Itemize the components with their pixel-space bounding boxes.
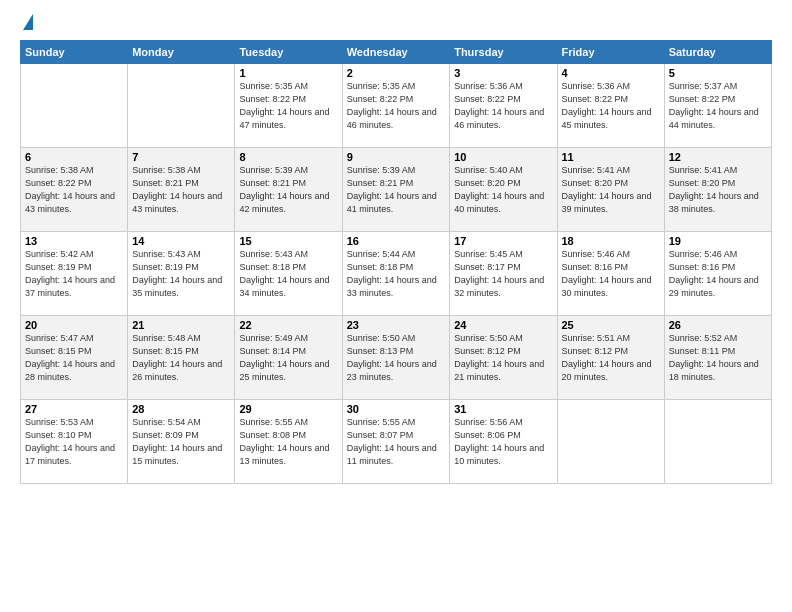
- day-info: Sunrise: 5:55 AM Sunset: 8:07 PM Dayligh…: [347, 416, 445, 468]
- day-info: Sunrise: 5:35 AM Sunset: 8:22 PM Dayligh…: [239, 80, 337, 132]
- day-info: Sunrise: 5:50 AM Sunset: 8:12 PM Dayligh…: [454, 332, 552, 384]
- day-info: Sunrise: 5:52 AM Sunset: 8:11 PM Dayligh…: [669, 332, 767, 384]
- day-number: 9: [347, 151, 445, 163]
- day-info: Sunrise: 5:43 AM Sunset: 8:19 PM Dayligh…: [132, 248, 230, 300]
- header: [20, 18, 772, 30]
- day-number: 15: [239, 235, 337, 247]
- calendar-cell: 13Sunrise: 5:42 AM Sunset: 8:19 PM Dayli…: [21, 232, 128, 316]
- day-number: 20: [25, 319, 123, 331]
- calendar-cell: 15Sunrise: 5:43 AM Sunset: 8:18 PM Dayli…: [235, 232, 342, 316]
- day-info: Sunrise: 5:38 AM Sunset: 8:21 PM Dayligh…: [132, 164, 230, 216]
- calendar-cell: [128, 64, 235, 148]
- calendar-cell: 25Sunrise: 5:51 AM Sunset: 8:12 PM Dayli…: [557, 316, 664, 400]
- weekday-header-tuesday: Tuesday: [235, 41, 342, 64]
- calendar-cell: 18Sunrise: 5:46 AM Sunset: 8:16 PM Dayli…: [557, 232, 664, 316]
- calendar-cell: 10Sunrise: 5:40 AM Sunset: 8:20 PM Dayli…: [450, 148, 557, 232]
- day-number: 29: [239, 403, 337, 415]
- calendar-cell: 17Sunrise: 5:45 AM Sunset: 8:17 PM Dayli…: [450, 232, 557, 316]
- day-number: 7: [132, 151, 230, 163]
- calendar-cell: 24Sunrise: 5:50 AM Sunset: 8:12 PM Dayli…: [450, 316, 557, 400]
- day-info: Sunrise: 5:40 AM Sunset: 8:20 PM Dayligh…: [454, 164, 552, 216]
- day-number: 6: [25, 151, 123, 163]
- weekday-header-friday: Friday: [557, 41, 664, 64]
- day-number: 5: [669, 67, 767, 79]
- day-info: Sunrise: 5:44 AM Sunset: 8:18 PM Dayligh…: [347, 248, 445, 300]
- day-info: Sunrise: 5:45 AM Sunset: 8:17 PM Dayligh…: [454, 248, 552, 300]
- calendar-cell: 19Sunrise: 5:46 AM Sunset: 8:16 PM Dayli…: [664, 232, 771, 316]
- week-row-5: 27Sunrise: 5:53 AM Sunset: 8:10 PM Dayli…: [21, 400, 772, 484]
- weekday-header-sunday: Sunday: [21, 41, 128, 64]
- day-number: 4: [562, 67, 660, 79]
- calendar-cell: 31Sunrise: 5:56 AM Sunset: 8:06 PM Dayli…: [450, 400, 557, 484]
- day-number: 25: [562, 319, 660, 331]
- week-row-3: 13Sunrise: 5:42 AM Sunset: 8:19 PM Dayli…: [21, 232, 772, 316]
- weekday-header-wednesday: Wednesday: [342, 41, 449, 64]
- calendar-cell: 4Sunrise: 5:36 AM Sunset: 8:22 PM Daylig…: [557, 64, 664, 148]
- calendar-cell: 30Sunrise: 5:55 AM Sunset: 8:07 PM Dayli…: [342, 400, 449, 484]
- day-info: Sunrise: 5:49 AM Sunset: 8:14 PM Dayligh…: [239, 332, 337, 384]
- week-row-2: 6Sunrise: 5:38 AM Sunset: 8:22 PM Daylig…: [21, 148, 772, 232]
- day-info: Sunrise: 5:55 AM Sunset: 8:08 PM Dayligh…: [239, 416, 337, 468]
- day-info: Sunrise: 5:48 AM Sunset: 8:15 PM Dayligh…: [132, 332, 230, 384]
- calendar-cell: 29Sunrise: 5:55 AM Sunset: 8:08 PM Dayli…: [235, 400, 342, 484]
- day-info: Sunrise: 5:50 AM Sunset: 8:13 PM Dayligh…: [347, 332, 445, 384]
- calendar-cell: 2Sunrise: 5:35 AM Sunset: 8:22 PM Daylig…: [342, 64, 449, 148]
- day-number: 1: [239, 67, 337, 79]
- calendar-cell: 16Sunrise: 5:44 AM Sunset: 8:18 PM Dayli…: [342, 232, 449, 316]
- calendar-table: SundayMondayTuesdayWednesdayThursdayFrid…: [20, 40, 772, 484]
- day-info: Sunrise: 5:36 AM Sunset: 8:22 PM Dayligh…: [454, 80, 552, 132]
- day-number: 21: [132, 319, 230, 331]
- day-info: Sunrise: 5:56 AM Sunset: 8:06 PM Dayligh…: [454, 416, 552, 468]
- calendar-cell: [664, 400, 771, 484]
- day-info: Sunrise: 5:46 AM Sunset: 8:16 PM Dayligh…: [669, 248, 767, 300]
- day-number: 31: [454, 403, 552, 415]
- calendar-cell: 27Sunrise: 5:53 AM Sunset: 8:10 PM Dayli…: [21, 400, 128, 484]
- day-info: Sunrise: 5:41 AM Sunset: 8:20 PM Dayligh…: [562, 164, 660, 216]
- day-number: 18: [562, 235, 660, 247]
- day-number: 24: [454, 319, 552, 331]
- day-info: Sunrise: 5:47 AM Sunset: 8:15 PM Dayligh…: [25, 332, 123, 384]
- weekday-header-thursday: Thursday: [450, 41, 557, 64]
- calendar-cell: 20Sunrise: 5:47 AM Sunset: 8:15 PM Dayli…: [21, 316, 128, 400]
- day-info: Sunrise: 5:46 AM Sunset: 8:16 PM Dayligh…: [562, 248, 660, 300]
- weekday-header-saturday: Saturday: [664, 41, 771, 64]
- calendar-cell: 12Sunrise: 5:41 AM Sunset: 8:20 PM Dayli…: [664, 148, 771, 232]
- calendar-cell: 8Sunrise: 5:39 AM Sunset: 8:21 PM Daylig…: [235, 148, 342, 232]
- calendar-cell: [21, 64, 128, 148]
- day-info: Sunrise: 5:54 AM Sunset: 8:09 PM Dayligh…: [132, 416, 230, 468]
- calendar-cell: 9Sunrise: 5:39 AM Sunset: 8:21 PM Daylig…: [342, 148, 449, 232]
- day-number: 19: [669, 235, 767, 247]
- calendar-cell: 26Sunrise: 5:52 AM Sunset: 8:11 PM Dayli…: [664, 316, 771, 400]
- week-row-4: 20Sunrise: 5:47 AM Sunset: 8:15 PM Dayli…: [21, 316, 772, 400]
- day-number: 26: [669, 319, 767, 331]
- day-info: Sunrise: 5:51 AM Sunset: 8:12 PM Dayligh…: [562, 332, 660, 384]
- day-number: 11: [562, 151, 660, 163]
- day-number: 8: [239, 151, 337, 163]
- day-number: 27: [25, 403, 123, 415]
- day-number: 13: [25, 235, 123, 247]
- calendar-cell: 14Sunrise: 5:43 AM Sunset: 8:19 PM Dayli…: [128, 232, 235, 316]
- day-number: 22: [239, 319, 337, 331]
- calendar-cell: 28Sunrise: 5:54 AM Sunset: 8:09 PM Dayli…: [128, 400, 235, 484]
- calendar-cell: 6Sunrise: 5:38 AM Sunset: 8:22 PM Daylig…: [21, 148, 128, 232]
- day-number: 30: [347, 403, 445, 415]
- calendar-cell: 22Sunrise: 5:49 AM Sunset: 8:14 PM Dayli…: [235, 316, 342, 400]
- day-info: Sunrise: 5:53 AM Sunset: 8:10 PM Dayligh…: [25, 416, 123, 468]
- day-number: 16: [347, 235, 445, 247]
- day-info: Sunrise: 5:35 AM Sunset: 8:22 PM Dayligh…: [347, 80, 445, 132]
- day-info: Sunrise: 5:37 AM Sunset: 8:22 PM Dayligh…: [669, 80, 767, 132]
- day-number: 23: [347, 319, 445, 331]
- calendar-cell: [557, 400, 664, 484]
- day-number: 14: [132, 235, 230, 247]
- day-info: Sunrise: 5:43 AM Sunset: 8:18 PM Dayligh…: [239, 248, 337, 300]
- calendar-cell: 21Sunrise: 5:48 AM Sunset: 8:15 PM Dayli…: [128, 316, 235, 400]
- day-number: 17: [454, 235, 552, 247]
- day-info: Sunrise: 5:36 AM Sunset: 8:22 PM Dayligh…: [562, 80, 660, 132]
- logo: [20, 18, 33, 30]
- day-number: 12: [669, 151, 767, 163]
- week-row-1: 1Sunrise: 5:35 AM Sunset: 8:22 PM Daylig…: [21, 64, 772, 148]
- day-info: Sunrise: 5:39 AM Sunset: 8:21 PM Dayligh…: [347, 164, 445, 216]
- calendar-cell: 3Sunrise: 5:36 AM Sunset: 8:22 PM Daylig…: [450, 64, 557, 148]
- weekday-header-row: SundayMondayTuesdayWednesdayThursdayFrid…: [21, 41, 772, 64]
- calendar-cell: 5Sunrise: 5:37 AM Sunset: 8:22 PM Daylig…: [664, 64, 771, 148]
